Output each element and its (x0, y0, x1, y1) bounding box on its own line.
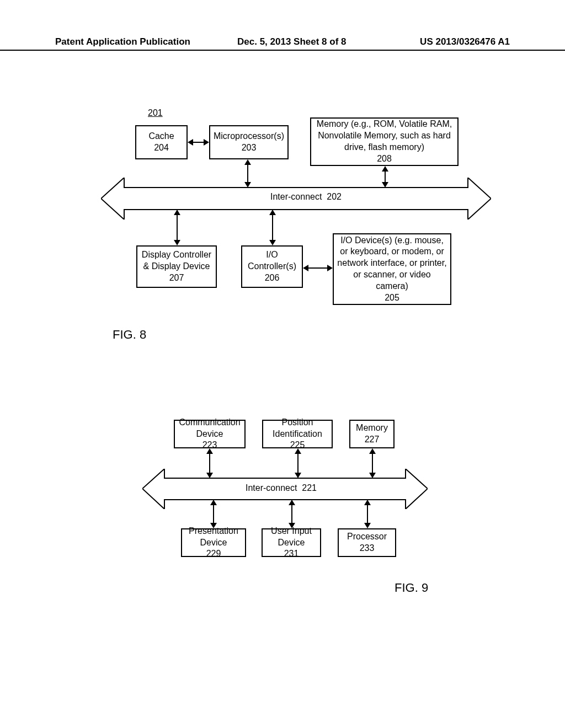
arrow-uinput-bus (287, 500, 296, 528)
cache-num: 204 (154, 142, 169, 154)
arrow-ioctl-iodev (303, 264, 333, 272)
fig9-caption: FIG. 9 (395, 581, 428, 595)
fig8-cache-box: Cache 204 (135, 125, 188, 159)
ioctl-label: I/O Controller(s) (244, 249, 300, 272)
mem-label: Memory (356, 422, 388, 434)
svg-marker-3 (204, 139, 209, 146)
iodev-num: 205 (385, 292, 399, 304)
memory-label: Memory (e.g., ROM, Volatile RAM, Nonvola… (313, 119, 455, 153)
uinput-label: User Input Device (265, 526, 318, 549)
fig8-display-box: Display Controller & Display Device 207 (136, 245, 217, 288)
header-center: Dec. 5, 2013 Sheet 8 of 8 (237, 36, 347, 47)
page-header: Patent Application Publication Dec. 5, 2… (0, 47, 565, 51)
arrow-cache-micro (188, 138, 209, 147)
proc-num: 233 (360, 543, 375, 554)
mem-num: 227 (365, 434, 380, 446)
svg-marker-27 (369, 448, 376, 454)
fig9-comm-box: Communication Device 223 (174, 420, 246, 448)
arrow-memory-bus (381, 166, 390, 188)
display-num: 207 (169, 272, 184, 284)
svg-marker-36 (364, 500, 371, 505)
header-left: Patent Application Publication (55, 36, 190, 47)
fig9-proc-box: Processor 233 (338, 528, 396, 557)
fig8-micro-box: Microprocessor(s) 203 (209, 125, 289, 159)
svg-marker-25 (295, 473, 301, 478)
fig8-bus-label: Inter-connect 202 (270, 192, 342, 202)
fig8-ioctl-box: I/O Controller(s) 206 (241, 245, 303, 288)
cache-label: Cache (148, 131, 174, 142)
svg-marker-9 (382, 182, 388, 188)
pres-num: 229 (206, 548, 221, 560)
svg-marker-11 (174, 210, 180, 215)
uinput-num: 231 (284, 548, 299, 560)
proc-label: Processor (347, 531, 387, 543)
display-label: Display Controller & Display Device (140, 249, 214, 272)
svg-marker-2 (188, 139, 193, 146)
svg-marker-22 (206, 473, 213, 478)
comm-label: Communication Device (177, 417, 242, 440)
fig9-pres-box: Presentation Device 229 (181, 528, 246, 557)
svg-marker-21 (206, 448, 213, 454)
ioctl-num: 206 (265, 272, 280, 284)
arrow-display-bus (173, 210, 182, 245)
fig9-uinput-box: User Input Device 231 (262, 528, 321, 557)
svg-marker-5 (244, 159, 251, 165)
svg-marker-34 (289, 523, 295, 528)
svg-marker-14 (269, 210, 276, 215)
iodev-label: I/O Device(s) (e.g. mouse, or keyboard, … (336, 235, 448, 292)
pres-label: Presentation Device (184, 526, 243, 549)
fig9-mem-box: Memory 227 (349, 420, 395, 448)
pos-label: Position Identification (265, 417, 329, 440)
arrow-micro-bus (243, 159, 252, 188)
arrow-pos-bus (294, 448, 302, 478)
fig8-iodev-box: I/O Device(s) (e.g. mouse, or keyboard, … (333, 233, 451, 305)
svg-marker-15 (269, 240, 276, 245)
micro-num: 203 (242, 142, 257, 154)
svg-marker-18 (327, 265, 333, 271)
arrow-mem-bus (368, 448, 377, 478)
fig9-bus-label: Inter-connect 221 (246, 483, 317, 493)
fig8-memory-box: Memory (e.g., ROM, Volatile RAM, Nonvola… (310, 117, 459, 166)
svg-marker-8 (382, 166, 388, 172)
memory-num: 208 (377, 153, 392, 165)
svg-marker-33 (289, 500, 295, 505)
header-right: US 2013/0326476 A1 (420, 36, 510, 47)
svg-marker-24 (295, 448, 301, 454)
arrow-ioctl-bus (268, 210, 277, 245)
arrow-pres-bus (209, 500, 218, 528)
micro-label: Microprocessor(s) (214, 131, 284, 142)
fig8-caption: FIG. 8 (113, 328, 146, 342)
svg-marker-37 (364, 523, 371, 528)
svg-marker-12 (174, 240, 180, 245)
fig9-pos-box: Position Identification 225 (262, 420, 333, 448)
arrow-proc-bus (363, 500, 372, 528)
svg-marker-31 (210, 523, 217, 528)
fig8-system-ref: 201 (148, 108, 163, 118)
svg-marker-6 (244, 182, 251, 188)
svg-marker-28 (369, 473, 376, 478)
svg-marker-17 (303, 265, 308, 271)
arrow-comm-bus (205, 448, 214, 478)
svg-marker-30 (210, 500, 217, 505)
